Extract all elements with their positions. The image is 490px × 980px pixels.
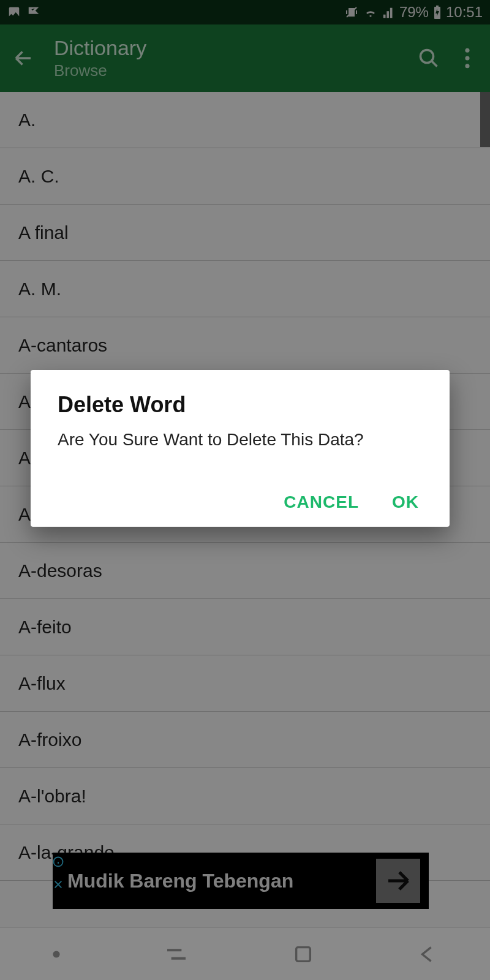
delete-dialog: Delete Word Are You Sure Want to Delete … [31, 370, 450, 527]
ok-button[interactable]: OK [392, 492, 419, 512]
cancel-button[interactable]: CANCEL [284, 492, 359, 512]
dialog-message: Are You Sure Want to Delete This Data? [58, 430, 423, 450]
dialog-title: Delete Word [58, 392, 423, 418]
